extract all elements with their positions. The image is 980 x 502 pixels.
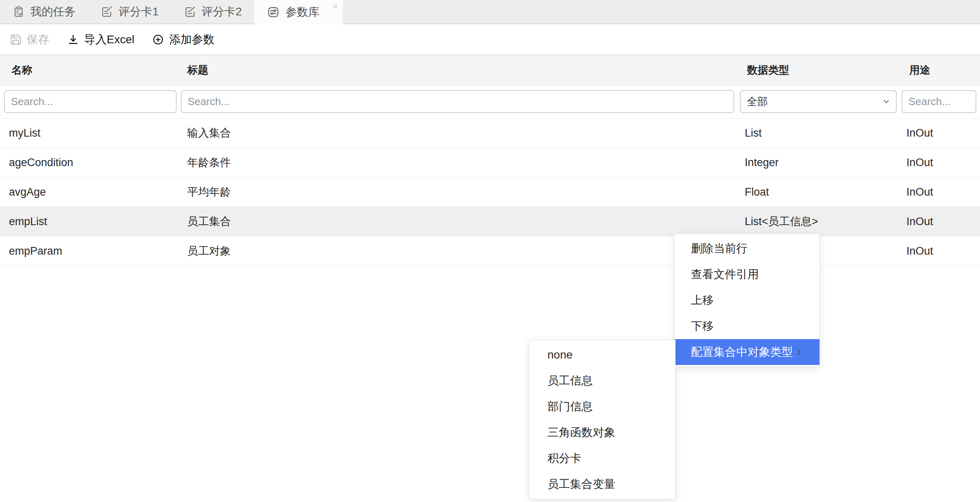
column-header-usage: 用途 bbox=[898, 63, 980, 77]
download-icon bbox=[67, 34, 79, 46]
tab-scorecard1[interactable]: 评分卡1 bbox=[88, 0, 171, 23]
cell-type: Float bbox=[740, 186, 898, 198]
context-menu: 删除当前行 查看文件引用 上移 下移 配置集合中对象类型 bbox=[674, 234, 820, 367]
cell-name: empList bbox=[0, 215, 181, 228]
clipboard-check-icon bbox=[13, 6, 25, 18]
table-header: 名称 标题 数据类型 用途 bbox=[0, 55, 980, 85]
tab-scorecard2[interactable]: 评分卡2 bbox=[171, 0, 255, 23]
cell-usage: InOut bbox=[898, 186, 980, 198]
document-edit-icon bbox=[101, 6, 113, 18]
submenu-item-employee-set-var[interactable]: 员工集合变量 bbox=[530, 471, 675, 497]
menu-item-view-references[interactable]: 查看文件引用 bbox=[675, 262, 819, 287]
sliders-icon bbox=[267, 6, 280, 19]
name-filter-input[interactable] bbox=[4, 90, 177, 113]
parameter-library-screen: 我的任务 评分卡1 bbox=[0, 0, 980, 502]
table-row[interactable]: ageCondition 年龄条件 Integer InOut bbox=[0, 148, 980, 177]
cell-title: 员工对象 bbox=[181, 244, 740, 258]
cell-usage: InOut bbox=[898, 127, 980, 139]
add-parameter-button[interactable]: 添加参数 bbox=[152, 32, 214, 47]
cell-type: List<员工信息> bbox=[740, 214, 898, 229]
object-type-submenu: none 员工信息 部门信息 三角函数对象 积分卡 员工集合变量 bbox=[529, 340, 676, 499]
cell-title: 输入集合 bbox=[181, 126, 740, 140]
menu-item-label: 配置集合中对象类型 bbox=[691, 339, 793, 365]
table-row[interactable]: myList 输入集合 List InOut bbox=[0, 118, 980, 148]
column-header-title: 标题 bbox=[181, 63, 740, 77]
submenu-item-scorecard[interactable]: 积分卡 bbox=[530, 445, 675, 471]
cell-title: 员工集合 bbox=[181, 214, 740, 229]
chevron-right-icon bbox=[794, 347, 804, 357]
table-row[interactable]: avgAge 平均年龄 Float InOut bbox=[0, 177, 980, 207]
toolbar: 保存 导入Excel 添加参数 bbox=[0, 24, 980, 55]
menu-item-move-up[interactable]: 上移 bbox=[675, 287, 819, 313]
menu-item-delete-row[interactable]: 删除当前行 bbox=[675, 236, 819, 262]
save-icon bbox=[10, 34, 22, 46]
tab-label: 我的任务 bbox=[30, 4, 76, 19]
cell-usage: InOut bbox=[898, 245, 980, 257]
table-row-selected[interactable]: empList 员工集合 List<员工信息> InOut bbox=[0, 207, 980, 236]
table-row[interactable]: empParam 员工对象 InOut bbox=[0, 236, 980, 266]
plus-circle-icon bbox=[152, 34, 164, 46]
cell-title: 年龄条件 bbox=[181, 155, 740, 170]
chevron-down-icon bbox=[881, 97, 891, 106]
cell-name: myList bbox=[0, 127, 181, 139]
tab-label: 评分卡2 bbox=[202, 4, 242, 19]
submenu-item-employee-info[interactable]: 员工信息 bbox=[530, 368, 675, 394]
close-tab-icon[interactable]: × bbox=[332, 2, 338, 11]
submenu-item-none[interactable]: none bbox=[530, 342, 675, 368]
menu-item-move-down[interactable]: 下移 bbox=[675, 313, 819, 339]
menu-item-configure-object-type[interactable]: 配置集合中对象类型 bbox=[675, 339, 819, 365]
document-edit-icon bbox=[184, 6, 196, 18]
cell-type: Integer bbox=[740, 156, 898, 169]
cell-title: 平均年龄 bbox=[181, 185, 740, 199]
submenu-item-trig-object[interactable]: 三角函数对象 bbox=[530, 420, 675, 445]
type-filter-value: 全部 bbox=[747, 95, 768, 109]
tab-bar: 我的任务 评分卡1 bbox=[0, 0, 980, 24]
cell-name: empParam bbox=[0, 245, 181, 257]
add-parameter-label: 添加参数 bbox=[169, 32, 214, 47]
cell-name: ageCondition bbox=[0, 156, 181, 169]
save-label: 保存 bbox=[27, 32, 49, 47]
type-filter-select[interactable]: 全部 bbox=[740, 90, 897, 113]
tab-label: 参数库 bbox=[285, 4, 319, 20]
title-filter-input[interactable] bbox=[181, 90, 734, 113]
save-button[interactable]: 保存 bbox=[10, 32, 49, 47]
tab-label: 评分卡1 bbox=[118, 4, 159, 19]
import-excel-button[interactable]: 导入Excel bbox=[67, 32, 134, 47]
submenu-item-department-info[interactable]: 部门信息 bbox=[530, 394, 675, 420]
cell-usage: InOut bbox=[898, 215, 980, 228]
tab-parameter-library[interactable]: 参数库 × bbox=[254, 0, 343, 24]
tab-my-tasks[interactable]: 我的任务 bbox=[0, 0, 88, 23]
cell-type: List bbox=[740, 127, 898, 139]
cell-name: avgAge bbox=[0, 186, 181, 198]
column-header-type: 数据类型 bbox=[740, 63, 898, 77]
filter-row: 全部 bbox=[0, 85, 980, 118]
import-excel-label: 导入Excel bbox=[84, 32, 134, 47]
cell-usage: InOut bbox=[898, 156, 980, 169]
usage-filter-input[interactable] bbox=[902, 90, 976, 113]
column-header-name: 名称 bbox=[0, 63, 181, 77]
